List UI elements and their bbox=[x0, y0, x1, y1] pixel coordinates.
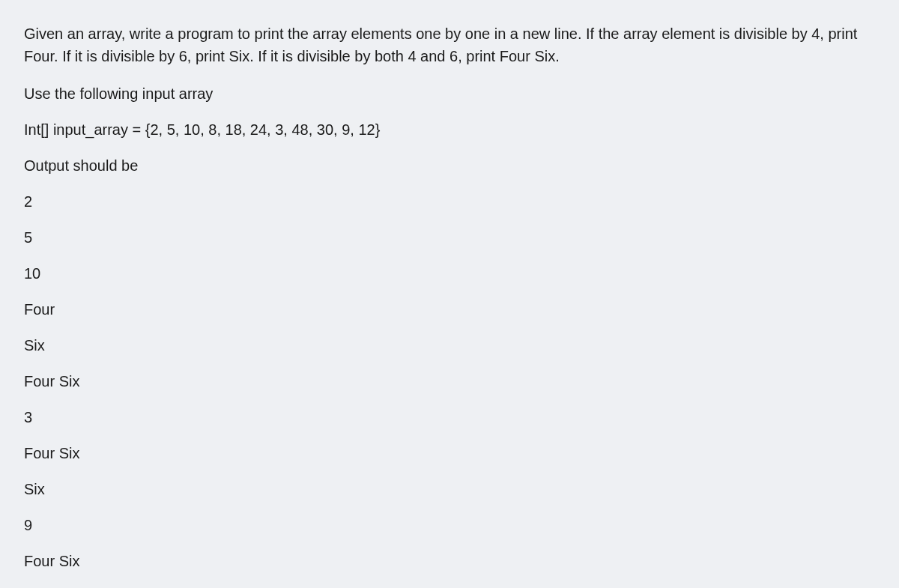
output-line: Six bbox=[24, 478, 875, 500]
output-line: Four Six bbox=[24, 370, 875, 392]
output-line: 3 bbox=[24, 406, 875, 428]
input-array-declaration: Int[] input_array = {2, 5, 10, 8, 18, 24… bbox=[24, 118, 875, 141]
output-line: Four Six bbox=[24, 442, 875, 464]
output-line: 9 bbox=[24, 514, 875, 536]
output-line: 10 bbox=[24, 262, 875, 285]
problem-description: Given an array, write a program to print… bbox=[24, 22, 875, 67]
output-label: Output should be bbox=[24, 154, 875, 177]
output-line: 2 bbox=[24, 190, 875, 213]
output-line: Four bbox=[24, 298, 875, 321]
output-line: 5 bbox=[24, 226, 875, 249]
input-instruction: Use the following input array bbox=[24, 82, 875, 105]
output-line: Six bbox=[24, 334, 875, 357]
output-line: Four Six bbox=[24, 550, 875, 572]
